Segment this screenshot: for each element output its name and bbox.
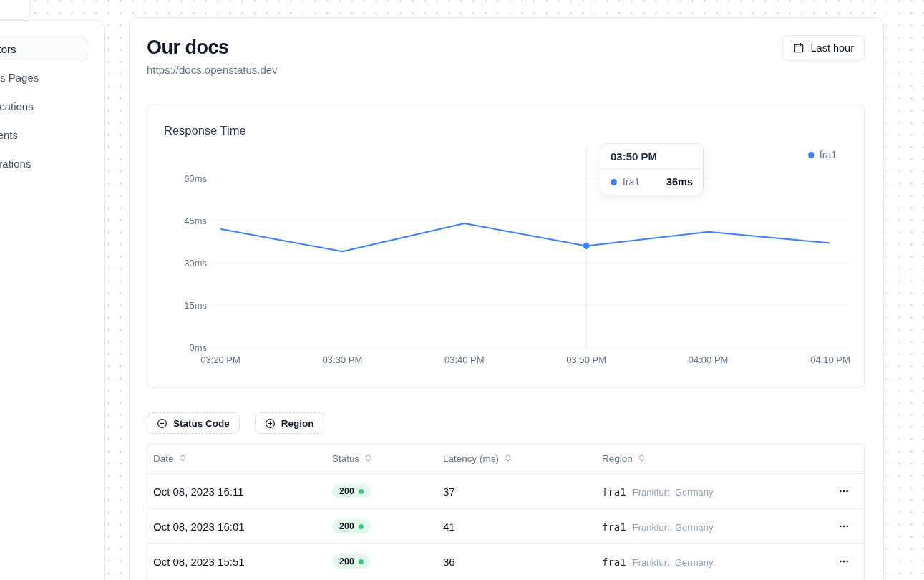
- region-code: fra1: [602, 521, 626, 533]
- status-badge: 200: [332, 554, 371, 569]
- sidebar-nav: MonitorsStatus PagesNotificationsInciden…: [0, 21, 104, 177]
- date-cell: Oct 08, 2023 16:11: [153, 485, 332, 498]
- actions-cell: [824, 483, 864, 500]
- region-code: fra1: [602, 486, 626, 498]
- tooltip-series-row: fra1 36ms: [600, 169, 703, 195]
- svg-text:30ms: 30ms: [184, 258, 207, 269]
- monitor-overview-page: { "colors": { "accent_blue": "#3b82f6", …: [0, 0, 924, 580]
- column-label: Region: [602, 453, 633, 464]
- status-ok-dot-icon: [359, 524, 364, 529]
- column-header-status[interactable]: Status: [332, 453, 443, 465]
- requests-table: DateStatusLatency (ms)Region Oct 08, 202…: [147, 443, 865, 579]
- tooltip-time: 03:50 PM: [600, 144, 703, 169]
- series-dot-icon: [611, 179, 617, 185]
- region-cell: fra1Frankfurt, Germany: [602, 521, 824, 533]
- date-cell: Oct 08, 2023 15:51: [153, 556, 332, 568]
- column-header-region[interactable]: Region: [602, 453, 824, 465]
- page-header: Our docs https://docs.openstatus.dev Las…: [147, 35, 865, 77]
- main-card: Our docs https://docs.openstatus.dev Las…: [129, 17, 884, 580]
- column-label: Date: [153, 453, 174, 464]
- filter-label: Region: [281, 418, 314, 429]
- sidebar-item-monitors[interactable]: Monitors: [0, 37, 87, 62]
- ellipsis-icon: [838, 523, 850, 534]
- actions-cell: [824, 553, 864, 570]
- svg-text:15ms: 15ms: [184, 300, 207, 311]
- svg-text:03:40 PM: 03:40 PM: [444, 354, 485, 365]
- svg-text:04:10 PM: 04:10 PM: [810, 354, 850, 365]
- status-ok-dot-icon: [359, 489, 364, 494]
- date-cell: Oct 08, 2023 16:01: [153, 521, 332, 533]
- svg-text:45ms: 45ms: [184, 216, 207, 226]
- column-label: Latency (ms): [443, 453, 499, 464]
- sort-chevrons-icon: [178, 453, 188, 465]
- status-badge: 200: [332, 519, 371, 533]
- sidebar-item-notifications[interactable]: Notifications: [0, 94, 87, 120]
- filter-button-region[interactable]: Region: [255, 412, 324, 434]
- calendar-icon: [793, 42, 804, 54]
- time-range-label: Last hour: [811, 42, 854, 54]
- table-row[interactable]: Oct 08, 2023 15:5120036fra1Frankfurt, Ge…: [147, 544, 864, 579]
- status-ok-dot-icon: [359, 559, 364, 564]
- sidebar-item-status-pages[interactable]: Status Pages: [0, 65, 87, 91]
- status-code: 200: [339, 521, 354, 531]
- column-label: Status: [332, 453, 359, 464]
- table-filters: Status CodeRegion: [147, 412, 865, 434]
- svg-text:60ms: 60ms: [184, 173, 207, 184]
- time-range-button[interactable]: Last hour: [782, 35, 865, 61]
- svg-text:0ms: 0ms: [189, 342, 207, 353]
- row-actions-button[interactable]: [835, 553, 852, 570]
- ellipsis-icon: [838, 488, 850, 499]
- page-header-text: Our docs https://docs.openstatus.dev: [147, 35, 278, 77]
- region-name: Frankfurt, Germany: [633, 522, 714, 533]
- filter-label: Status Code: [173, 418, 230, 429]
- region-name: Frankfurt, Germany: [633, 557, 714, 568]
- tooltip-series-name: fra1: [623, 176, 640, 188]
- latency-cell: 41: [443, 521, 602, 533]
- circle-plus-icon: [265, 418, 276, 429]
- latency-cell: 36: [443, 556, 602, 568]
- region-code: fra1: [602, 556, 626, 568]
- region-cell: fra1Frankfurt, Germany: [602, 556, 824, 568]
- tooltip-series-value: 36ms: [666, 176, 693, 188]
- row-actions-button[interactable]: [835, 518, 852, 535]
- region-cell: fra1Frankfurt, Germany: [602, 485, 824, 498]
- status-code: 200: [339, 556, 354, 566]
- topbar-chip: [0, 0, 31, 20]
- status-cell: 200: [332, 484, 443, 498]
- sort-chevrons-icon: [637, 453, 646, 465]
- table-header-row: DateStatusLatency (ms)Region: [147, 444, 864, 474]
- table-body: Oct 08, 2023 16:1120037fra1Frankfurt, Ge…: [147, 474, 864, 579]
- sort-chevrons-icon: [503, 453, 512, 465]
- svg-text:03:50 PM: 03:50 PM: [566, 354, 606, 365]
- status-badge: 200: [332, 484, 371, 498]
- svg-text:03:30 PM: 03:30 PM: [323, 354, 363, 365]
- sidebar-item-integrations[interactable]: Integrations: [0, 151, 87, 177]
- column-header-latency-ms[interactable]: Latency (ms): [443, 453, 602, 465]
- actions-cell: [824, 518, 864, 535]
- monitor-url: https://docs.openstatus.dev: [147, 63, 278, 77]
- chart-tooltip: 03:50 PM fra1 36ms: [600, 143, 704, 195]
- svg-text:03:20 PM: 03:20 PM: [200, 354, 240, 365]
- response-time-chart[interactable]: 0ms15ms30ms45ms60ms03:20 PM03:30 PM03:40…: [147, 105, 865, 387]
- sort-chevrons-icon: [364, 453, 373, 465]
- row-actions-button[interactable]: [835, 483, 852, 500]
- page-title: Our docs: [147, 35, 278, 59]
- table-row[interactable]: Oct 08, 2023 16:0120041fra1Frankfurt, Ge…: [147, 509, 864, 544]
- svg-text:04:00 PM: 04:00 PM: [689, 354, 729, 365]
- ellipsis-icon: [838, 559, 850, 569]
- status-cell: 200: [332, 554, 443, 569]
- table-row[interactable]: Oct 08, 2023 16:1120037fra1Frankfurt, Ge…: [147, 474, 864, 509]
- sidebar: MonitorsStatus PagesNotificationsInciden…: [0, 20, 105, 580]
- circle-plus-icon: [157, 418, 167, 429]
- column-header-date[interactable]: Date: [153, 453, 332, 465]
- status-code: 200: [339, 486, 354, 496]
- region-name: Frankfurt, Germany: [633, 487, 714, 498]
- response-time-card: Response Time fra1 0ms15ms30ms45ms60ms03…: [147, 105, 865, 388]
- sidebar-item-incidents[interactable]: Incidents: [0, 122, 87, 148]
- filter-button-status-code[interactable]: Status Code: [147, 412, 240, 434]
- latency-cell: 37: [443, 485, 602, 498]
- status-cell: 200: [332, 519, 443, 533]
